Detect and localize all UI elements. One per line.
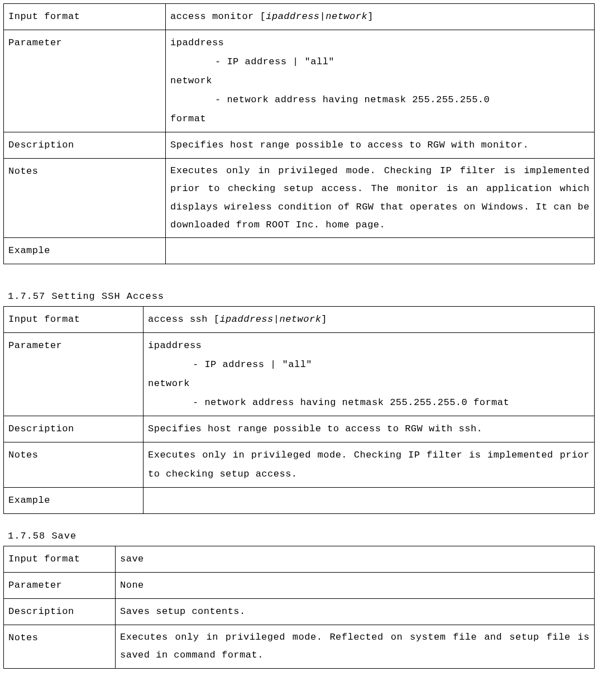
value-notes: Executes only in privileged mode. Checki… xyxy=(166,159,595,238)
input-format-suffix: ] xyxy=(321,314,327,325)
value-example xyxy=(166,238,595,264)
command-table-monitor: Input format access monitor [ipaddress|n… xyxy=(3,3,595,264)
table-row: Example xyxy=(4,238,595,264)
label-input-format: Input format xyxy=(4,546,116,573)
value-input-format: save xyxy=(116,546,595,573)
command-table-save: Input format save Parameter None Descrip… xyxy=(3,546,595,669)
label-example: Example xyxy=(4,488,143,514)
input-format-italic: ipaddress|network xyxy=(219,314,321,325)
label-notes: Notes xyxy=(4,442,143,488)
value-parameter: None xyxy=(116,573,595,599)
value-description: Specifies host range possible to access … xyxy=(143,416,595,442)
value-parameter: ipaddress - IP address | "all" network -… xyxy=(143,333,595,416)
param-format: format xyxy=(170,113,206,124)
table-row: Notes Executes only in privileged mode. … xyxy=(4,159,595,238)
param-ip-desc: - IP address | "all" xyxy=(148,355,590,374)
table-row: Description Specifies host range possibl… xyxy=(4,416,595,442)
command-table-ssh: Input format access ssh [ipaddress|netwo… xyxy=(3,306,595,514)
section-heading-save: 1.7.58 Save xyxy=(8,531,595,541)
table-row: Input format access ssh [ipaddress|netwo… xyxy=(4,307,595,333)
value-description: Specifies host range possible to access … xyxy=(166,132,595,159)
input-format-prefix: access ssh [ xyxy=(148,314,219,325)
label-description: Description xyxy=(4,416,143,442)
table-row: Notes Executes only in privileged mode. … xyxy=(4,625,595,669)
value-input-format: access ssh [ipaddress|network] xyxy=(143,307,595,333)
table-row: Example xyxy=(4,488,595,514)
table-row: Description Saves setup contents. xyxy=(4,599,595,625)
value-parameter: ipaddress - IP address | "all" network -… xyxy=(166,30,595,132)
value-notes: Executes only in privileged mode. Reflec… xyxy=(116,625,595,669)
table-row: Notes Executes only in privileged mode. … xyxy=(4,442,595,488)
input-format-suffix: ] xyxy=(367,11,374,22)
param-ip-desc: - IP address | "all" xyxy=(170,53,590,72)
table-row: Parameter ipaddress - IP address | "all"… xyxy=(4,30,595,132)
param-net-label: network xyxy=(148,378,190,389)
label-input-format: Input format xyxy=(4,4,166,30)
param-net-label: network xyxy=(170,75,212,86)
table-row: Parameter ipaddress - IP address | "all"… xyxy=(4,333,595,416)
value-input-format: access monitor [ipaddress|network] xyxy=(166,4,595,30)
value-notes: Executes only in privileged mode. Checki… xyxy=(143,442,595,488)
input-format-prefix: access monitor [ xyxy=(170,11,266,22)
label-parameter: Parameter xyxy=(4,333,143,416)
table-row: Description Specifies host range possibl… xyxy=(4,132,595,159)
label-description: Description xyxy=(4,599,116,625)
label-input-format: Input format xyxy=(4,307,143,333)
label-parameter: Parameter xyxy=(4,30,166,132)
label-notes: Notes xyxy=(4,159,166,238)
param-net-desc: - network address having netmask 255.255… xyxy=(170,91,590,109)
table-row: Input format access monitor [ipaddress|n… xyxy=(4,4,595,30)
label-notes: Notes xyxy=(4,625,116,669)
label-parameter: Parameter xyxy=(4,573,116,599)
param-net-desc: - network address having netmask 255.255… xyxy=(148,393,590,412)
section-heading-ssh: 1.7.57 Setting SSH Access xyxy=(8,291,595,302)
table-row: Input format save xyxy=(4,546,595,573)
input-format-italic: ipaddress|network xyxy=(266,11,367,22)
param-ip-label: ipaddress xyxy=(148,340,202,351)
label-description: Description xyxy=(4,132,166,159)
value-description: Saves setup contents. xyxy=(116,599,595,625)
param-ip-label: ipaddress xyxy=(170,37,224,48)
value-example xyxy=(143,488,595,514)
label-example: Example xyxy=(4,238,166,264)
table-row: Parameter None xyxy=(4,573,595,599)
